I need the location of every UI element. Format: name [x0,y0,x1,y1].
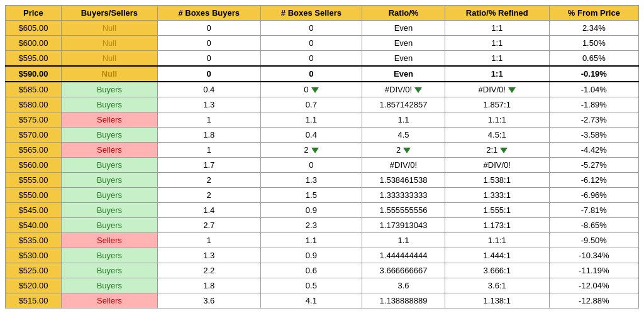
header-from-price: % From Price [549,6,638,21]
from-price-cell: -4.42% [549,143,638,158]
ratio-cell: 4.5 [362,128,445,143]
boxes-buyers-cell: 1.4 [157,203,260,218]
boxes-sellers-cell: 0 [260,82,362,97]
boxes-sellers-cell: 0 [260,66,362,82]
ratio-cell: 3.6 [362,278,445,293]
boxes-buyers-cell: 1.8 [157,278,260,293]
table-row: $600.00Null00Even1:11.50% [6,36,639,51]
ratio-refined-cell: 1.1:1 [445,112,549,128]
ratio-cell: 3.666666667 [362,263,445,278]
boxes-sellers-cell: 1.1 [260,112,362,128]
header-price: Price [6,6,62,21]
buyers-sellers-cell: Buyers [61,158,157,173]
buyers-sellers-cell: Buyers [61,82,157,97]
from-price-cell: -9.50% [549,233,638,248]
boxes-buyers-cell: 0 [157,66,260,82]
ratio-refined-cell: 1:1 [445,21,549,36]
header-ratio: Ratio/% [362,6,445,21]
ratio-cell: 1.444444444 [362,248,445,263]
table-row: $575.00Sellers11.11.11.1:1-2.73% [6,112,639,128]
price-cell: $585.00 [6,82,62,97]
boxes-buyers-cell: 1 [157,233,260,248]
ratio-refined-cell: 1:1 [445,36,549,51]
ratio-cell: 1.173913043 [362,218,445,233]
price-cell: $545.00 [6,203,62,218]
from-price-cell: -5.27% [549,158,638,173]
buyers-sellers-cell: Buyers [61,188,157,203]
ratio-refined-cell: 3.6:1 [445,278,549,293]
buyers-sellers-cell: Sellers [61,143,157,158]
boxes-buyers-cell: 0 [157,36,260,51]
ratio-refined-cell: 1:1 [445,66,549,82]
price-cell: $580.00 [6,97,62,112]
ratio-refined-cell: 4.5:1 [445,128,549,143]
from-price-cell: -1.04% [549,82,638,97]
table-row: $605.00Null00Even1:12.34% [6,21,639,36]
boxes-buyers-cell: 2.7 [157,218,260,233]
boxes-buyers-cell: 1 [157,112,260,128]
ratio-cell: 1.538461538 [362,173,445,188]
triangle-icon [500,148,508,153]
boxes-sellers-cell: 1.5 [260,188,362,203]
from-price-cell: -3.58% [549,128,638,143]
boxes-sellers-cell: 0.6 [260,263,362,278]
boxes-sellers-cell: 0 [260,51,362,67]
buyers-sellers-cell: Null [61,36,157,51]
price-cell: $535.00 [6,233,62,248]
ratio-refined-cell: 1:1 [445,51,549,67]
ratio-refined-cell: 1.1:1 [445,233,549,248]
buyers-sellers-cell: Buyers [61,263,157,278]
boxes-buyers-cell: 3.6 [157,293,260,308]
boxes-sellers-cell: 2.3 [260,218,362,233]
from-price-cell: -2.73% [549,112,638,128]
from-price-cell: -12.04% [549,278,638,293]
ratio-refined-cell: #DIV/0! [445,158,549,173]
from-price-cell: -7.81% [549,203,638,218]
ratio-cell: 1.138888889 [362,293,445,308]
header-buyers-sellers: Buyers/Sellers [61,6,157,21]
ratio-refined-cell: 1.333:1 [445,188,549,203]
buyers-sellers-cell: Null [61,21,157,36]
ratio-cell: Even [362,36,445,51]
ratio-cell: 1.857142857 [362,97,445,112]
price-cell: $595.00 [6,51,62,67]
header-boxes-buyers: # Boxes Buyers [157,6,260,21]
ratio-cell: Even [362,66,445,82]
from-price-cell: -10.34% [549,248,638,263]
buyers-sellers-cell: Buyers [61,173,157,188]
buyers-sellers-cell: Buyers [61,128,157,143]
price-cell: $550.00 [6,188,62,203]
table-row: $570.00Buyers1.80.44.54.5:1-3.58% [6,128,639,143]
price-cell: $520.00 [6,278,62,293]
table-row: $535.00Sellers11.11.11.1:1-9.50% [6,233,639,248]
price-cell: $555.00 [6,173,62,188]
from-price-cell: -6.96% [549,188,638,203]
price-cell: $565.00 [6,143,62,158]
price-cell: $570.00 [6,128,62,143]
table-row: $515.00Sellers3.64.11.1388888891.138:1-1… [6,293,639,308]
header-boxes-sellers: # Boxes Sellers [260,6,362,21]
from-price-cell: -12.88% [549,293,638,308]
header-ratio-refined: Ratio/% Refined [445,6,549,21]
header-row: Price Buyers/Sellers # Boxes Buyers # Bo… [6,6,639,21]
ratio-cell: 2 [362,143,445,158]
table-row: $530.00Buyers1.30.91.4444444441.444:1-10… [6,248,639,263]
table-row: $590.00Null00Even1:1-0.19% [6,66,639,82]
price-cell: $540.00 [6,218,62,233]
table-row: $580.00Buyers1.30.71.8571428571.857:1-1.… [6,97,639,112]
boxes-sellers-cell: 1.1 [260,233,362,248]
ratio-cell: Even [362,51,445,67]
price-cell: $575.00 [6,112,62,128]
price-cell: $605.00 [6,21,62,36]
table-row: $520.00Buyers1.80.53.63.6:1-12.04% [6,278,639,293]
ratio-cell: 1.555555556 [362,203,445,218]
ratio-refined-cell: 3.666:1 [445,263,549,278]
boxes-buyers-cell: 0.4 [157,82,260,97]
buyers-sellers-cell: Buyers [61,203,157,218]
boxes-buyers-cell: 1.3 [157,248,260,263]
ratio-refined-cell: 1.173:1 [445,218,549,233]
price-cell: $590.00 [6,66,62,82]
buyers-sellers-cell: Sellers [61,293,157,308]
table-row: $565.00Sellers1222:1-4.42% [6,143,639,158]
buyers-sellers-cell: Buyers [61,278,157,293]
